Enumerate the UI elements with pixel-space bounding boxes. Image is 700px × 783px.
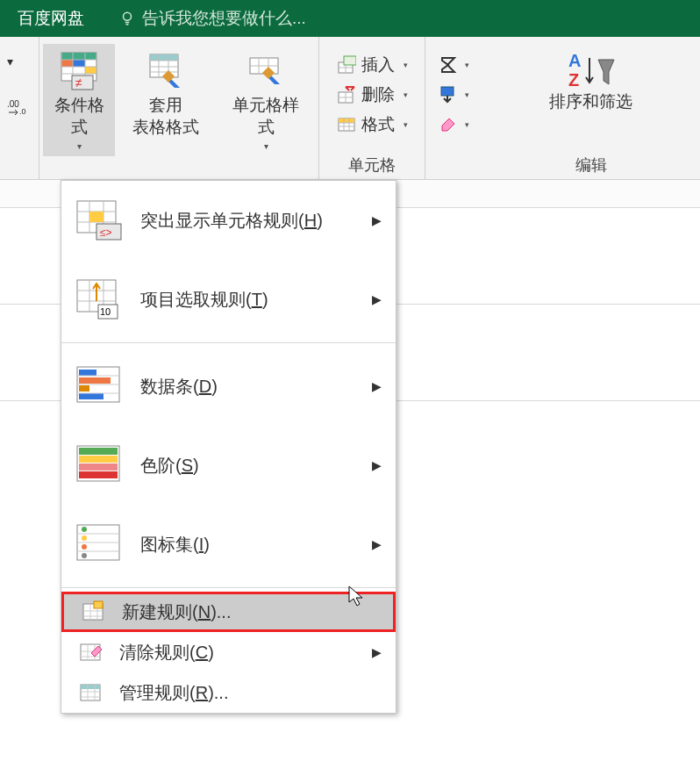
svg-text:Z: Z — [568, 70, 579, 90]
svg-rect-20 — [441, 87, 454, 96]
sigma-icon — [439, 55, 458, 75]
delete-icon — [337, 85, 356, 104]
insert-icon — [337, 55, 356, 75]
fill-down-icon — [439, 85, 458, 104]
conditional-format-icon: ≠ — [58, 49, 100, 91]
svg-text:≠: ≠ — [75, 75, 82, 90]
ribbon: ▾ .00.0 ≠ 条件格式 ▾ 套用 表格格式 单元格样式 ▾ — [0, 37, 700, 180]
number-format-extras: ▾ .00.0 — [0, 37, 39, 179]
tell-me-text: 告诉我您想要做什么... — [142, 7, 306, 30]
clear-button[interactable]: ▾ — [439, 112, 469, 137]
sort-filter-button[interactable]: AZ 排序和筛选 — [539, 44, 643, 119]
titlebar-tab-baidu[interactable]: 百度网盘 — [18, 7, 84, 30]
style-dropdown[interactable]: ▾ — [7, 54, 32, 68]
svg-text:.00: .00 — [7, 99, 19, 109]
sort-filter-label: 排序和筛选 — [549, 91, 632, 113]
cells-section-label: 单元格 — [323, 154, 421, 176]
svg-rect-4 — [61, 53, 96, 60]
svg-rect-5 — [61, 60, 73, 67]
svg-text:.0: .0 — [19, 107, 26, 116]
chevron-down-icon: ▾ — [404, 90, 408, 99]
svg-point-0 — [124, 12, 132, 20]
cond-format-label: 条件格式 — [52, 95, 106, 138]
insert-cells-button[interactable]: 插入 ▾ — [333, 51, 411, 79]
chevron-down-icon: ▾ — [77, 141, 82, 151]
format-icon — [337, 115, 356, 134]
conditional-formatting-button[interactable]: ≠ 条件格式 ▾ — [43, 44, 115, 156]
table-style-icon — [145, 49, 187, 91]
chevron-down-icon: ▾ — [404, 61, 408, 69]
cell-styles-button[interactable]: 单元格样式 ▾ — [217, 44, 315, 156]
sort-filter-icon: AZ — [565, 49, 618, 91]
delete-label: 删除 — [361, 83, 395, 106]
cell-style-icon — [245, 49, 287, 91]
increase-decimal-button[interactable]: .00.0 — [7, 98, 32, 116]
format-cells-button[interactable]: 格式 ▾ — [333, 111, 411, 139]
titlebar: 百度网盘 告诉我您想要做什么... — [0, 0, 700, 37]
autosum-button[interactable]: ▾ — [439, 53, 469, 77]
format-label: 格式 — [361, 113, 395, 136]
svg-rect-16 — [344, 56, 356, 65]
format-as-table-button[interactable]: 套用 表格格式 — [124, 44, 208, 143]
chevron-down-icon: ▾ — [264, 141, 268, 151]
delete-cells-button[interactable]: 删除 ▾ — [333, 81, 411, 109]
svg-rect-7 — [85, 67, 96, 74]
bulb-icon — [119, 11, 135, 26]
fill-button[interactable]: ▾ — [439, 83, 469, 107]
chevron-down-icon: ▾ — [404, 120, 408, 129]
insert-label: 插入 — [361, 54, 395, 76]
table-style-label: 套用 表格格式 — [132, 95, 199, 138]
edit-section-label: 编辑 — [489, 154, 693, 176]
eraser-icon — [439, 115, 458, 134]
tell-me-prompt[interactable]: 告诉我您想要做什么... — [119, 7, 306, 30]
svg-rect-11 — [150, 54, 178, 61]
svg-text:A: A — [568, 51, 581, 70]
svg-rect-19 — [339, 119, 354, 123]
svg-rect-6 — [73, 60, 85, 67]
cell-style-label: 单元格样式 — [225, 95, 306, 138]
